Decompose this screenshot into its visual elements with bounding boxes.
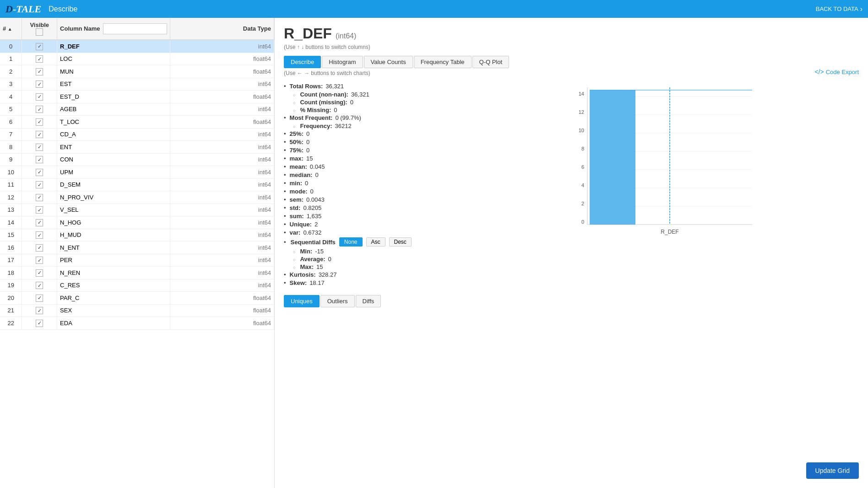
median-row: • median: 0	[284, 172, 458, 178]
visible-checkbox[interactable]	[36, 106, 43, 113]
visible-checkbox[interactable]	[36, 244, 43, 252]
table-row[interactable]: 16N_ENTint64	[0, 241, 274, 254]
table-row[interactable]: 17PERint64	[0, 254, 274, 267]
visible-checkbox[interactable]	[36, 194, 43, 201]
row-data-type: float64	[170, 53, 274, 65]
seq-btn-asc[interactable]: Asc	[366, 237, 385, 247]
table-row[interactable]: 1LOCfloat64	[0, 53, 274, 65]
row-visible[interactable]	[22, 241, 57, 254]
row-visible[interactable]	[22, 204, 57, 216]
update-grid-button[interactable]: Update Grid	[806, 462, 859, 479]
total-rows-row: • Total Rows: 36,321	[284, 83, 458, 90]
col-type-header: Data Type	[170, 18, 274, 40]
visible-checkbox[interactable]	[36, 68, 43, 75]
table-row[interactable]: 12N_PRO_VIVint64	[0, 191, 274, 204]
row-visible[interactable]	[22, 178, 57, 191]
visible-checkbox[interactable]	[36, 257, 43, 264]
row-visible[interactable]	[22, 153, 57, 166]
tab-histogram[interactable]: Histogram	[322, 56, 363, 68]
histogram-chart: 0 2 4 6 8 10 12 14 16	[467, 83, 859, 238]
table-row[interactable]: 21SEXfloat64	[0, 304, 274, 317]
table-row[interactable]: 19C_RESint64	[0, 279, 274, 292]
row-data-type: int64	[170, 241, 274, 254]
row-visible[interactable]	[22, 304, 57, 317]
tab-qq-plot[interactable]: Q-Q Plot	[472, 56, 510, 68]
visible-checkbox[interactable]	[36, 156, 43, 163]
row-column-name: ENT	[57, 141, 170, 154]
visible-checkbox[interactable]	[36, 118, 43, 126]
bottom-tab-uniques[interactable]: Uniques	[284, 295, 320, 307]
row-visible[interactable]	[22, 229, 57, 241]
visible-checkbox[interactable]	[36, 307, 43, 314]
row-visible[interactable]	[22, 317, 57, 330]
visible-checkbox[interactable]	[36, 169, 43, 176]
row-visible[interactable]	[22, 279, 57, 292]
visible-checkbox[interactable]	[36, 80, 43, 88]
row-num: 22	[0, 317, 22, 330]
seq-btn-desc[interactable]: Desc	[389, 237, 412, 247]
row-column-name: N_REN	[57, 267, 170, 279]
row-visible[interactable]	[22, 216, 57, 229]
table-row[interactable]: 2MUNfloat64	[0, 65, 274, 78]
row-data-type: int64	[170, 153, 274, 166]
table-row[interactable]: 18N_RENint64	[0, 267, 274, 279]
row-visible[interactable]	[22, 65, 57, 78]
table-row[interactable]: 0R_DEFint64	[0, 40, 274, 53]
visible-checkbox[interactable]	[36, 269, 43, 277]
visible-all-checkbox[interactable]	[36, 28, 43, 36]
table-row[interactable]: 22EDAfloat64	[0, 317, 274, 330]
visible-checkbox[interactable]	[36, 231, 43, 239]
row-visible[interactable]	[22, 128, 57, 141]
table-row[interactable]: 13V_SELint64	[0, 204, 274, 216]
table-row[interactable]: 9CONint64	[0, 153, 274, 166]
row-visible[interactable]	[22, 103, 57, 116]
table-row[interactable]: 5AGEBint64	[0, 103, 274, 116]
count-missing-row: ○ Count (missing): 0	[293, 99, 458, 106]
row-visible[interactable]	[22, 78, 57, 91]
visible-checkbox[interactable]	[36, 219, 43, 226]
bottom-tab-outliers[interactable]: Outliers	[320, 295, 355, 307]
max-row: • max: 15	[284, 155, 458, 162]
row-num: 18	[0, 267, 22, 279]
visible-checkbox[interactable]	[36, 181, 43, 188]
row-visible[interactable]	[22, 116, 57, 129]
row-visible[interactable]	[22, 254, 57, 267]
row-visible[interactable]	[22, 141, 57, 154]
table-row[interactable]: 3ESTint64	[0, 78, 274, 91]
tab-value-counts[interactable]: Value Counts	[364, 56, 413, 68]
table-row[interactable]: 14N_HOGint64	[0, 216, 274, 229]
table-row[interactable]: 20PAR_Cfloat64	[0, 292, 274, 305]
table-row[interactable]: 7CD_Aint64	[0, 128, 274, 141]
visible-checkbox[interactable]	[36, 55, 43, 63]
tab-frequency-table[interactable]: Frequency Table	[414, 56, 472, 68]
row-visible[interactable]	[22, 91, 57, 103]
back-to-data-button[interactable]: BACK TO DATA ›	[816, 5, 863, 13]
table-row[interactable]: 4EST_Dfloat64	[0, 91, 274, 103]
visible-checkbox[interactable]	[36, 131, 43, 138]
seq-btn-none[interactable]: None	[339, 237, 363, 247]
visible-checkbox[interactable]	[36, 295, 43, 302]
visible-checkbox[interactable]	[36, 43, 43, 50]
code-export-button[interactable]: </> Code Export	[814, 68, 859, 75]
visible-checkbox[interactable]	[36, 282, 43, 289]
table-row[interactable]: 6T_LOCfloat64	[0, 116, 274, 129]
visible-checkbox[interactable]	[36, 206, 43, 214]
row-visible[interactable]	[22, 292, 57, 305]
table-row[interactable]: 8ENTint64	[0, 141, 274, 154]
row-visible[interactable]	[22, 166, 57, 179]
row-visible[interactable]	[22, 40, 57, 53]
visible-checkbox[interactable]	[36, 144, 43, 151]
table-row[interactable]: 10UPMint64	[0, 166, 274, 179]
bottom-tab-diffs[interactable]: Diffs	[356, 295, 381, 307]
visible-checkbox[interactable]	[36, 320, 43, 327]
tab-describe[interactable]: Describe	[284, 56, 321, 68]
row-visible[interactable]	[22, 53, 57, 65]
frequency-row: ○ Frequency: 36212	[293, 123, 458, 129]
column-name-filter[interactable]	[103, 23, 167, 34]
visible-checkbox[interactable]	[36, 93, 43, 101]
table-row[interactable]: 11D_SEMint64	[0, 178, 274, 191]
row-visible[interactable]	[22, 267, 57, 279]
row-visible[interactable]	[22, 191, 57, 204]
table-row[interactable]: 15H_MUDint64	[0, 229, 274, 241]
col-num-header[interactable]: # ▲	[0, 18, 22, 40]
